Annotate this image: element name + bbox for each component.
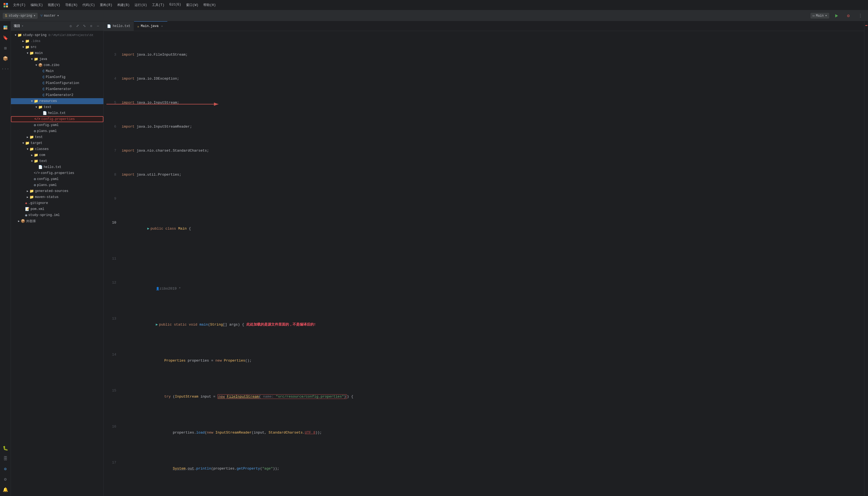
- tree-external-libs[interactable]: ▶ 📦 外部库: [11, 218, 103, 224]
- menu-build[interactable]: 构建(B): [115, 2, 132, 8]
- code-line-4: 4 import java.io.IOException;: [109, 76, 859, 82]
- collapse-btn[interactable]: ⤡: [81, 24, 87, 29]
- tab-main-java[interactable]: ☕ Main.java ✕: [134, 21, 168, 31]
- run-config-selector[interactable]: ▭ Main ▾: [810, 13, 829, 18]
- text-folder-icon: 📁: [38, 105, 43, 109]
- tree-PlanGenerator2[interactable]: C PlanGenerator2: [11, 92, 103, 98]
- tree-plans-yaml[interactable]: ⚙ plans.yaml: [11, 128, 103, 134]
- tree-config-yaml-target[interactable]: ⚙ config.yaml: [11, 176, 103, 182]
- sidebar-more-icon[interactable]: ···: [1, 64, 10, 74]
- menu-navigate[interactable]: 导航(N): [63, 2, 80, 8]
- menu-tools[interactable]: 工具(T): [150, 2, 167, 8]
- tree-PlanGenerator[interactable]: C PlanGenerator: [11, 86, 103, 92]
- tree-PlanConfig[interactable]: C PlanConfig: [11, 74, 103, 80]
- tree-generated-sources[interactable]: ▶ 📁 generated-sources: [11, 188, 103, 194]
- tree-hello-target[interactable]: 📄 hello.txt: [11, 164, 103, 170]
- line-num-12: 12: [109, 280, 121, 298]
- text-target-label: text: [39, 159, 102, 163]
- menu-edit[interactable]: 编辑(E): [28, 2, 45, 8]
- PlanConfiguration-label: PlanConfiguration: [46, 81, 102, 85]
- settings-button[interactable]: ⚙: [843, 11, 853, 21]
- line-num-9: 9: [109, 196, 121, 202]
- external-libs-label: 外部库: [26, 219, 102, 223]
- Main-label: Main: [46, 69, 102, 73]
- menu-refactor[interactable]: 重构(R): [98, 2, 115, 8]
- tree-test[interactable]: ▶ 📁 test: [11, 134, 103, 140]
- run-button[interactable]: [832, 11, 841, 21]
- PlanConfig-label: PlanConfig: [46, 75, 102, 79]
- tab-main-icon: ☕: [137, 24, 139, 28]
- sidebar-project-icon[interactable]: [1, 22, 10, 32]
- toolbar-right: ▭ Main ▾ ⚙ ⋮: [810, 11, 865, 21]
- tree-com[interactable]: ▶ 📁 com: [11, 152, 103, 158]
- panel-dropdown-icon[interactable]: ▾: [21, 24, 24, 28]
- sidebar-maven-icon[interactable]: 📦: [1, 54, 10, 64]
- tree-config-properties[interactable]: </> config.properties: [11, 116, 103, 122]
- menu-view[interactable]: 视图(V): [46, 2, 62, 8]
- plans-yaml-label: plans.yaml: [37, 129, 102, 133]
- code-line-14: 14 Properties properties = new Propertie…: [109, 352, 859, 370]
- text-target-icon: 📁: [34, 159, 38, 163]
- svg-rect-8: [5, 28, 7, 29]
- tree-java[interactable]: ▼ 📁 java: [11, 56, 103, 62]
- panel-title: 项目: [14, 24, 20, 28]
- tree-src[interactable]: ▼ 📁 src: [11, 44, 103, 50]
- menu-git[interactable]: Git(G): [167, 2, 183, 8]
- branch-selector[interactable]: ⑂ master ▾: [41, 14, 59, 18]
- sidebar-settings-icon[interactable]: ⚙: [1, 475, 10, 484]
- minimize-btn[interactable]: —: [95, 24, 101, 29]
- menu-window[interactable]: 窗口(W): [184, 2, 201, 8]
- menu-run[interactable]: 运行(U): [132, 2, 149, 8]
- sidebar-terminal-icon[interactable]: ⊙: [1, 464, 10, 474]
- code-content[interactable]: 3 import java.io.FileInputStream; 4 impo…: [104, 31, 864, 496]
- tree-plans-yaml-target[interactable]: ⚙ plans.yaml: [11, 182, 103, 188]
- sidebar-db-icon[interactable]: 🗄: [1, 454, 10, 464]
- comzibo-toggle-icon: ▼: [34, 64, 38, 67]
- tree-root[interactable]: ▼ 📁 study-spring D:\MyFile\IDEAProjects\…: [11, 32, 103, 38]
- project-selector[interactable]: S study-spring ▾: [3, 13, 37, 19]
- tree-resources[interactable]: ▼ 📁 resources: [11, 98, 103, 104]
- sidebar-bookmark-icon[interactable]: 🔖: [1, 33, 10, 43]
- branch-chevron-icon: ▾: [57, 14, 59, 18]
- locate-file-btn[interactable]: ◎: [68, 24, 73, 29]
- tree-target[interactable]: ▼ 📁 target: [11, 140, 103, 146]
- sidebar-debug-icon[interactable]: 🐛: [1, 444, 10, 453]
- tree-config-yaml[interactable]: ⚙ config.yaml: [11, 122, 103, 128]
- tree-Main[interactable]: C Main: [11, 68, 103, 74]
- line-num-4: 4: [109, 76, 121, 82]
- tree-com-zibo[interactable]: ▼ 📦 com.zibo: [11, 62, 103, 68]
- expand-btn[interactable]: ⤢: [75, 24, 80, 29]
- tree-PlanConfiguration[interactable]: C PlanConfiguration: [11, 80, 103, 86]
- panel-header: 项目 ▾ ◎ ⤢ ⤡ ⚙ —: [11, 21, 103, 31]
- maven-status-label: maven-status: [35, 195, 102, 199]
- tree-config-properties-target[interactable]: </> config.properties: [11, 170, 103, 176]
- tree-text-target[interactable]: ▼ 📁 text: [11, 158, 103, 164]
- sidebar-structure-icon[interactable]: ⊞: [1, 43, 10, 53]
- resources-toggle-icon: ▼: [30, 100, 34, 103]
- tree-idea[interactable]: ▶ 📁 .idea: [11, 38, 103, 44]
- tab-hello-txt[interactable]: 📄 hello.txt: [104, 21, 134, 31]
- tree-main[interactable]: ▼ 📁 main: [11, 50, 103, 56]
- more-button[interactable]: ⋮: [855, 11, 865, 21]
- menu-file[interactable]: 文件(F): [11, 2, 28, 8]
- code-line-17: 17 System.out.println(properties.getProp…: [109, 460, 859, 478]
- yaml-plans-target-icon: ⚙: [34, 183, 36, 187]
- tree-pom-xml[interactable]: 📝 pom.xml: [11, 206, 103, 212]
- gear-btn[interactable]: ⚙: [88, 24, 94, 29]
- menu-help[interactable]: 帮助(H): [201, 2, 218, 8]
- tree-maven-status[interactable]: ▶ 📁 maven-status: [11, 194, 103, 200]
- test-toggle-icon: ▶: [26, 136, 29, 139]
- gen-sources-icon: 📁: [29, 189, 34, 193]
- sidebar-notifications-icon[interactable]: 🔔: [1, 485, 10, 495]
- panel-header-actions: ◎ ⤢ ⤡ ⚙ —: [68, 24, 101, 29]
- run-arrow-13: ▶: [156, 323, 158, 327]
- tab-main-close[interactable]: ✕: [160, 24, 164, 28]
- tree-classes[interactable]: ▼ 📁 classes: [11, 146, 103, 152]
- comzibo-label: com.zibo: [44, 63, 102, 67]
- menu-code[interactable]: 代码(C): [80, 2, 97, 8]
- src-toggle-icon: ▼: [21, 46, 25, 49]
- tree-iml[interactable]: ◉ study-spring.iml: [11, 212, 103, 218]
- tree-hello-txt[interactable]: 📄 hello.txt: [11, 110, 103, 116]
- tree-gitignore[interactable]: ◆ .gitignore: [11, 200, 103, 206]
- tree-text-folder[interactable]: ▼ 📁 text: [11, 104, 103, 110]
